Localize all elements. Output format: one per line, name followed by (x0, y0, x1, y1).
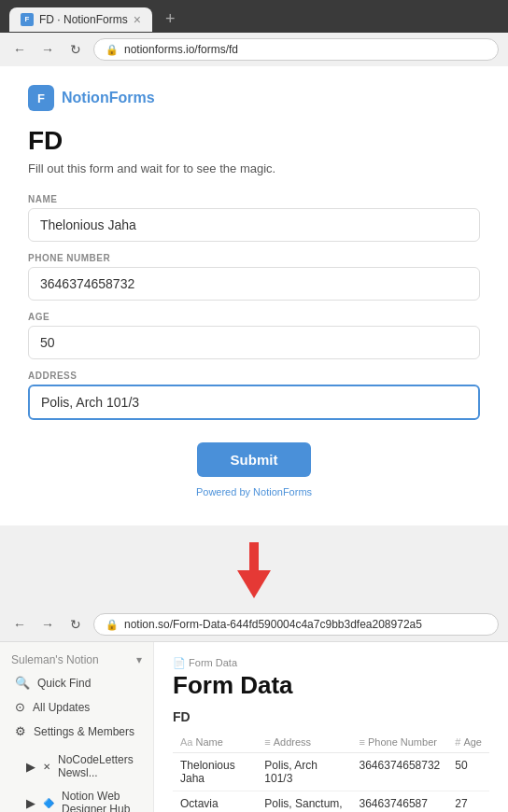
table-header-row: AaName ≡Address ≡Phone Number #Age (173, 732, 489, 753)
browser1: F FD · NotionForms × + ← → ↻ 🔒 notionfor… (0, 0, 508, 525)
nf-logo: F (28, 85, 54, 111)
arrow-shaft (249, 542, 259, 570)
nocode-icon2: ✕ (43, 762, 50, 772)
field-label-phone: PHONE NUMBER (28, 253, 480, 263)
settings-icon: ⚙ (15, 724, 26, 738)
field-label-name: NAME (28, 194, 480, 204)
search-icon: 🔍 (15, 676, 30, 690)
sidebar-item-quick-find[interactable]: 🔍 Quick Find (4, 671, 149, 694)
lock-icon: 🔒 (106, 44, 119, 56)
sidebar-label-settings: Settings & Members (34, 725, 134, 738)
field-label-age: AGE (28, 312, 480, 322)
tab-label: FD · NotionForms (39, 13, 128, 26)
sidebar-item-all-updates[interactable]: ⊙ All Updates (4, 695, 149, 719)
refresh-button-2[interactable]: ↻ (65, 614, 86, 635)
row-name-1[interactable]: Octavia Bloodraina (173, 791, 257, 813)
sidebar-item-nocode[interactable]: ▶ ✕ NoCodeLetters Newsl... (4, 749, 149, 784)
form-page: F NotionForms FD Fill out this form and … (0, 66, 508, 525)
active-tab[interactable]: F FD · NotionForms × (9, 7, 152, 32)
sidebar-label-nocode: NoCodeLetters Newsl... (58, 753, 138, 779)
col-header-phone: ≡Phone Number (352, 732, 448, 753)
notion-layout: Suleman's Notion ▾ 🔍 Quick Find ⊙ All Up… (0, 642, 508, 812)
page-breadcrumb: 📄 Form Data (173, 657, 489, 669)
nocode-icon: ▶ (26, 760, 35, 774)
sidebar-label-notion-web: Notion Web Designer Hub (62, 790, 138, 812)
row-age-0: 50 (447, 753, 489, 791)
browser2-controls: ← → ↻ 🔒 notion.so/Form-Data-644fd590004c… (0, 608, 508, 642)
col-icon-address: ≡ (264, 736, 270, 748)
sidebar-item-notion-web[interactable]: ▶ 🔷 Notion Web Designer Hub (4, 785, 149, 812)
back-button[interactable]: ← (9, 39, 30, 60)
notion-web-icon2: 🔷 (43, 798, 54, 808)
tab-favicon: F (21, 13, 34, 26)
page-icon: 📄 (173, 657, 189, 668)
name-input[interactable] (28, 208, 480, 242)
nf-brand-name: NotionForms (62, 90, 155, 106)
col-icon-age: # (455, 736, 460, 748)
data-table: AaName ≡Address ≡Phone Number #Age Thelo… (173, 732, 489, 812)
workspace-title[interactable]: Suleman's Notion ▾ (0, 650, 153, 670)
address-input[interactable] (28, 385, 480, 420)
form-fields: NAME PHONE NUMBER AGE ADDRESS (28, 194, 480, 420)
col-header-age: #Age (447, 732, 489, 753)
browser2: ← → ↻ 🔒 notion.so/Form-Data-644fd590004c… (0, 608, 508, 812)
browser-controls: ← → ↻ 🔒 notionforms.io/forms/fd (0, 33, 508, 66)
tab-close-button[interactable]: × (134, 12, 141, 27)
row-address-1: Polis, Sanctum, Eden - 101 (257, 791, 351, 813)
workspace-chevron: ▾ (136, 653, 142, 666)
powered-by: Powered by NotionForms (28, 486, 480, 497)
updates-icon: ⊙ (15, 700, 25, 714)
row-address-0: Polis, Arch 101/3 (257, 753, 351, 791)
sidebar-pages-section: ▶ ✕ NoCodeLetters Newsl... ▶ 🔷 Notion We… (0, 749, 153, 812)
col-icon-name: Aa (180, 736, 192, 748)
page-title: Form Data (173, 671, 489, 700)
table-body: Thelonious Jaha Polis, Arch 101/3 364637… (173, 753, 489, 813)
refresh-button[interactable]: ↻ (65, 39, 86, 60)
col-header-address: ≡Address (257, 732, 351, 753)
url-bar-2[interactable]: 🔒 notion.so/Form-Data-644fd590004c4a7c9b… (93, 613, 499, 636)
arrow-down-icon (237, 570, 271, 598)
row-phone-0: 3646374658732 (352, 753, 448, 791)
notion-main: 📄 Form Data Form Data FD AaName ≡Address… (154, 642, 508, 812)
phone-input[interactable] (28, 267, 480, 301)
url-text-2: notion.so/Form-Data-644fd590004c4a7c9bb3… (124, 618, 422, 631)
table-row: Octavia Bloodraina Polis, Sanctum, Eden … (173, 791, 489, 813)
url-bar[interactable]: 🔒 notionforms.io/forms/fd (93, 38, 499, 61)
row-name-0[interactable]: Thelonious Jaha (173, 753, 257, 791)
col-header-name: AaName (173, 732, 257, 753)
browser-tab-bar: F FD · NotionForms × + (0, 0, 508, 33)
arrow-section (0, 525, 508, 608)
form-title: FD (28, 126, 480, 156)
col-icon-phone: ≡ (360, 736, 365, 748)
age-input[interactable] (28, 326, 480, 359)
back-button-2[interactable]: ← (9, 614, 30, 635)
forward-button-2[interactable]: → (37, 614, 58, 635)
notion-web-icon: ▶ (26, 796, 35, 810)
notionforms-brand: F NotionForms (28, 85, 480, 111)
notion-sidebar: Suleman's Notion ▾ 🔍 Quick Find ⊙ All Up… (0, 642, 154, 812)
field-label-address: ADDRESS (28, 371, 480, 381)
submit-button[interactable]: Submit (197, 442, 312, 477)
new-tab-button[interactable]: + (158, 6, 183, 33)
form-description: Fill out this form and wait for to see t… (28, 161, 480, 175)
table-row: Thelonious Jaha Polis, Arch 101/3 364637… (173, 753, 489, 791)
forward-button[interactable]: → (37, 39, 58, 60)
row-phone-1: 36463746587 (352, 791, 448, 813)
url-text: notionforms.io/forms/fd (124, 43, 238, 56)
row-age-1: 27 (447, 791, 489, 813)
sidebar-item-settings[interactable]: ⚙ Settings & Members (4, 720, 149, 743)
sidebar-label-quick-find: Quick Find (37, 677, 91, 690)
db-section-title: FD (173, 709, 489, 724)
lock-icon-2: 🔒 (106, 619, 119, 631)
sidebar-label-all-updates: All Updates (33, 701, 90, 714)
